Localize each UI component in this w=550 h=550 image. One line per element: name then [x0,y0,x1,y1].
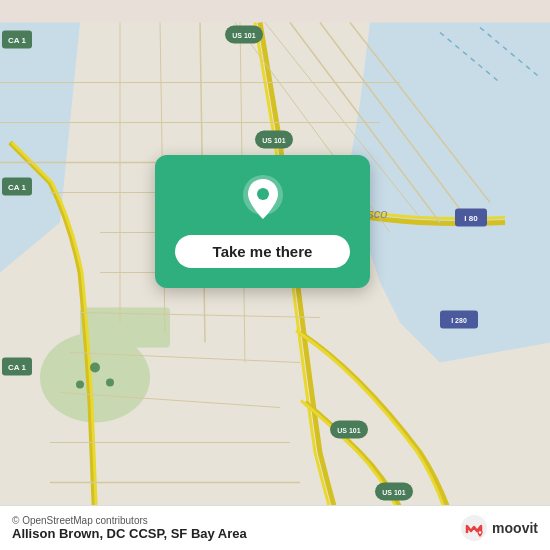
take-me-there-card: Take me there [155,155,370,288]
pin-icon-container [237,173,289,225]
moovit-logo: moovit [460,514,538,542]
bottom-bar: © OpenStreetMap contributors Allison Bro… [0,505,550,550]
svg-text:I 280: I 280 [451,317,467,324]
svg-text:CA 1: CA 1 [8,36,26,45]
bottom-bar-left: © OpenStreetMap contributors Allison Bro… [12,515,247,541]
take-me-there-button[interactable]: Take me there [175,235,350,268]
svg-text:US 101: US 101 [262,137,285,144]
svg-point-51 [257,188,269,200]
moovit-icon [460,514,488,542]
svg-text:CA 1: CA 1 [8,363,26,372]
svg-point-48 [106,379,114,387]
svg-text:CA 1: CA 1 [8,183,26,192]
svg-text:I 80: I 80 [464,214,478,223]
map-attribution: © OpenStreetMap contributors [12,515,247,526]
svg-point-49 [76,381,84,389]
svg-point-53 [479,531,481,533]
map-container: CA 1 CA 1 CA 1 US 101 US 101 US 101 US 1… [0,0,550,550]
svg-point-47 [90,363,100,373]
moovit-label: moovit [492,520,538,536]
svg-text:US 101: US 101 [232,32,255,39]
svg-text:US 101: US 101 [382,489,405,496]
svg-text:US 101: US 101 [337,427,360,434]
location-name: Allison Brown, DC CCSP, SF Bay Area [12,526,247,541]
location-pin-icon [237,173,289,225]
